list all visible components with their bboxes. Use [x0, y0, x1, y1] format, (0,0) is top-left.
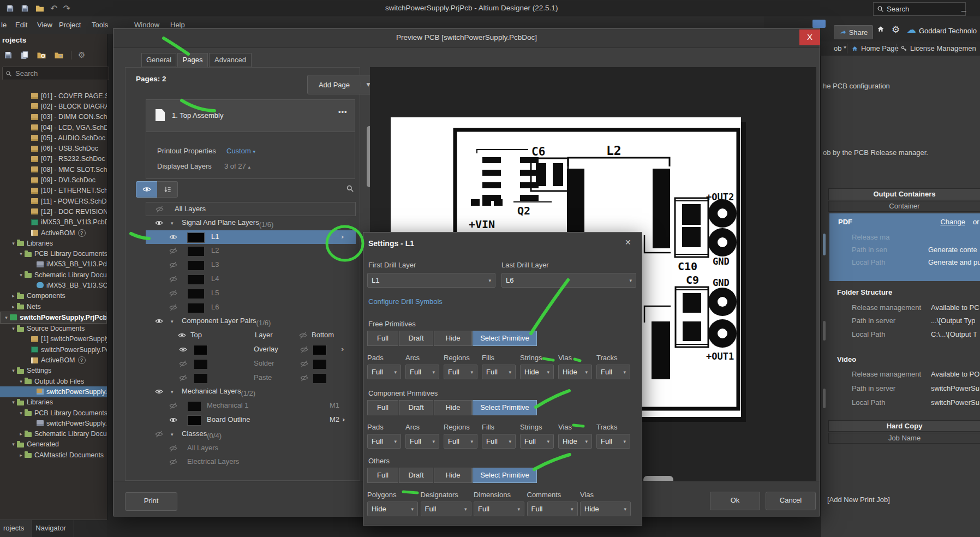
tree-item-10-ethernet-schdoc[interactable]: [10] - ETHERNET.SchDoc	[0, 186, 107, 196]
add-new-print-job[interactable]: [Add New Print Job]	[827, 496, 890, 504]
eye-hidden-icon[interactable]	[155, 205, 164, 215]
share-button[interactable]: Share	[834, 25, 873, 39]
tree-item-source-documents[interactable]: ▾Source Documents	[0, 324, 107, 334]
mode-button-hide[interactable]: Hide	[434, 468, 472, 483]
tree-item-components[interactable]: ▸Components	[0, 291, 107, 301]
tree-item-pcb-library-documents[interactable]: ▾PCB Library Documents	[0, 408, 107, 418]
panel-tab-navigator[interactable]: Navigator	[32, 520, 74, 537]
eye-visible-icon[interactable]	[154, 219, 164, 229]
home-icon[interactable]	[876, 25, 885, 33]
tree-item-imx53-bb-v1i3-pcbdoc[interactable]: iMX53_BB_V1I3.PcbDoc	[0, 217, 107, 228]
regions-select[interactable]: Full▾	[444, 434, 477, 449]
layer-row-component-layer-pairs[interactable]: ▾Component Layer Pairs (1/6)	[146, 314, 356, 329]
mode-button-full[interactable]: Full	[367, 468, 398, 483]
tree-item-07-rs232-schdoc[interactable]: [07] - RS232.SchDoc	[0, 154, 107, 164]
cancel-button[interactable]: Cancel	[766, 492, 816, 510]
caret-open-icon[interactable]: ▾	[17, 272, 25, 278]
arcs-select[interactable]: Full▾	[405, 365, 439, 379]
first-drill-layer-select[interactable]: L1▾	[367, 273, 495, 288]
caret-open-icon[interactable]: ▾	[10, 241, 17, 246]
layer-row-l4[interactable]: L4	[146, 272, 356, 287]
eye-hidden-icon[interactable]	[300, 345, 309, 355]
layer-row-board-outline[interactable]: Board OutlineM2›	[146, 413, 356, 427]
close-icon[interactable]: ✕	[625, 238, 631, 247]
tree-item-switchpowersupply-pcb[interactable]: switchPowerSupply.Pcb	[0, 418, 107, 428]
layer-row-mechanical-layers[interactable]: ▾Mechanical Layers (1/2)	[146, 385, 356, 399]
eye-visible-icon[interactable]	[169, 233, 178, 243]
pads-select[interactable]: Full▾	[367, 365, 401, 379]
scrollbar-thumb[interactable]	[823, 389, 826, 408]
layer-row-signal-and-plane-layers[interactable]: ▾Signal And Plane Layers (1/6)	[146, 216, 356, 230]
dimensions-select[interactable]: Full▾	[474, 502, 524, 516]
account-label[interactable]: Goddard Technolo	[919, 27, 980, 35]
tree-item-switchpowersupply-pcbd[interactable]: switchPowerSupply.PcbD	[0, 344, 107, 355]
eye-hidden-icon[interactable]	[300, 360, 309, 369]
eye-hidden-icon[interactable]	[169, 261, 178, 271]
global-search-input[interactable]: Search	[873, 2, 966, 16]
caret-open-icon[interactable]: ▾	[17, 379, 25, 384]
eye-hidden-icon[interactable]	[169, 247, 178, 256]
polygons-select[interactable]: Hide▾	[367, 502, 418, 516]
eye-visible-icon[interactable]	[178, 345, 188, 355]
eye-hidden-icon[interactable]	[169, 303, 178, 313]
vias-select[interactable]: Hide▾	[558, 365, 592, 379]
page-menu-button[interactable]: •••	[338, 108, 348, 116]
layer-row-all-layers[interactable]: All Layers	[146, 441, 356, 456]
tree-item-schematic-library-docum[interactable]: ▸Schematic Library Docum	[0, 429, 107, 439]
tree-item-06-usb-schdoc[interactable]: [06] - USB.SchDoc	[0, 143, 107, 153]
layer-row-l3[interactable]: L3	[146, 258, 356, 272]
pads-select[interactable]: Full▾	[367, 434, 401, 449]
mode-button-hide[interactable]: Hide	[434, 331, 472, 346]
mode-button-draft[interactable]: Draft	[399, 468, 433, 483]
doc-tab-license-managemen[interactable]: License Managemen	[900, 44, 976, 52]
caret-open-icon[interactable]: ▾	[10, 399, 17, 405]
tree-item-03-dimm-con-schdo[interactable]: [03] - DIMM CON.SchDo	[0, 112, 107, 122]
tree-item-12-doc-revision-hi[interactable]: [12] - DOC REVISION HI	[0, 206, 107, 217]
close-button[interactable]: X	[799, 29, 820, 45]
caret-open-icon[interactable]: ▾	[17, 251, 25, 256]
projects-search-input[interactable]: Search	[2, 67, 109, 80]
tree-item-camtastic-documents[interactable]: ▸CAMtastic! Documents	[0, 450, 107, 460]
tree-item-activebom[interactable]: ActiveBOM?	[0, 355, 107, 365]
layer-row-classes[interactable]: ▾Classes (0/4)	[146, 427, 356, 441]
doc-tab-outjob[interactable]: ob *	[834, 44, 846, 52]
tree-item-libraries[interactable]: ▾Libraries	[0, 397, 107, 408]
menu-tools[interactable]: Tools	[92, 21, 108, 29]
arcs-select[interactable]: Full▾	[405, 434, 439, 449]
save-icon[interactable]	[5, 4, 15, 13]
eye-visible-icon[interactable]	[177, 331, 187, 341]
caret-closed-icon[interactable]: ▸	[10, 293, 17, 299]
layer-row-l5[interactable]: L5	[146, 287, 356, 301]
fills-select[interactable]: Full▾	[482, 434, 516, 449]
layer-row-overlay[interactable]: Overlay›	[146, 343, 356, 357]
layer-row-pair-header[interactable]: TopLayerBottom	[146, 329, 356, 343]
caret-closed-icon[interactable]: ▸	[10, 304, 17, 309]
visibility-filter-button[interactable]	[136, 181, 158, 198]
vias-select[interactable]: Hide▾	[558, 434, 592, 449]
sort-layers-button[interactable]	[157, 181, 178, 198]
tree-item-output-job-files[interactable]: ▾Output Job Files	[0, 376, 107, 386]
layer-row-l1[interactable]: L1›	[146, 230, 356, 244]
panels-icon[interactable]	[812, 20, 826, 28]
change-link[interactable]: Change	[940, 218, 965, 226]
tree-item-pcb-library-documents[interactable]: ▾PCB Library Documents	[0, 248, 107, 259]
layer-row-l2[interactable]: L2	[146, 244, 356, 258]
eye-hidden-icon[interactable]	[298, 331, 308, 341]
tracks-select[interactable]: Full▾	[596, 365, 630, 379]
ok-button[interactable]: Ok	[710, 492, 760, 510]
layer-search-icon[interactable]	[346, 184, 354, 193]
layer-row-electrical-layers[interactable]: Electrical Layers	[146, 455, 356, 469]
pdf-output-container-card[interactable]: PDF Change or Rem Release maPath in senG…	[829, 213, 980, 281]
mode-button-full[interactable]: Full	[367, 400, 398, 415]
tree-item-libraries[interactable]: ▾Libraries	[0, 238, 107, 248]
last-drill-layer-select[interactable]: L6▾	[501, 273, 636, 288]
compare-documents-icon[interactable]	[20, 50, 29, 60]
tree-item-01-cover-page-schd[interactable]: [01] - COVER PAGE.SchD	[0, 91, 107, 101]
tree-item-04-lcd-vga-schdoc[interactable]: [04] - LCD, VGA.SchDoc	[0, 122, 107, 133]
tree-item-settings[interactable]: ▾Settings	[0, 366, 107, 376]
gear-icon[interactable]: ⚙	[892, 24, 900, 35]
eye-hidden-icon[interactable]	[169, 458, 178, 468]
eye-hidden-icon[interactable]	[300, 374, 309, 384]
folder-search-icon[interactable]	[36, 50, 47, 60]
save-all-icon[interactable]	[20, 4, 29, 13]
